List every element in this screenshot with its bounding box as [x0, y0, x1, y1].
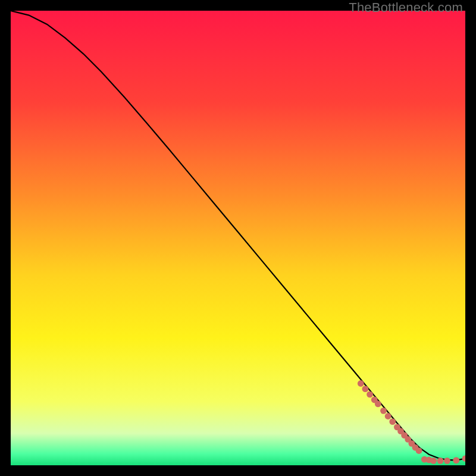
chart-plot: [11, 11, 465, 465]
marker-dot: [453, 457, 459, 464]
marker-dot: [430, 458, 437, 464]
chart-frame: [11, 11, 465, 465]
marker-dot: [358, 380, 364, 387]
marker-dot: [380, 408, 387, 414]
marker-dot: [367, 391, 373, 397]
marker-dot: [389, 418, 396, 425]
marker-dot: [375, 400, 381, 407]
marker-dot: [416, 447, 422, 454]
marker-dot: [385, 413, 392, 419]
marker-dot: [437, 458, 444, 464]
watermark-text: TheBottleneck.com: [349, 0, 463, 15]
marker-dot: [444, 458, 450, 464]
marker-dot: [362, 386, 369, 392]
chart-background: [11, 11, 465, 465]
